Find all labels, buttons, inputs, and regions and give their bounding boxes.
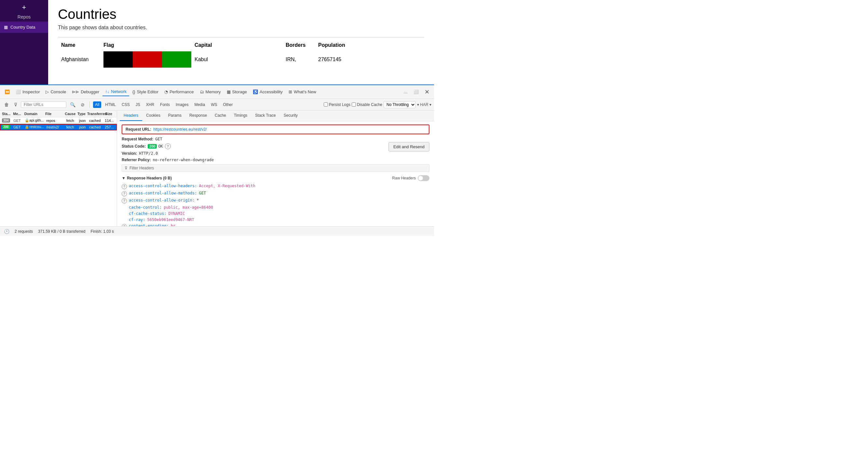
header-name-allow-methods: access-control-allow-methods: [129,191,197,195]
filter-urls-input[interactable] [21,101,66,108]
expand-btn[interactable]: ⬜ [411,88,421,96]
persist-logs-checkbox[interactable] [324,102,328,107]
tab-headers[interactable]: Headers [120,110,142,121]
header-value-cache-control: public, max-age=86400 [164,205,213,210]
whats-new-tab[interactable]: ⊞ What's New [286,88,319,96]
finish-time: Finish: 1.03 s [90,229,114,234]
header-name-content-encoding: content-encoding: [129,224,169,226]
col-header-name: Name [61,42,103,48]
disable-cache-checkbox[interactable] [352,102,356,107]
tab-params[interactable]: Params [164,110,185,121]
version-value: HTTP/2.0 [139,151,158,156]
filter-ws-btn[interactable]: WS [209,101,219,108]
inspector-tab[interactable]: ⬜ Inspector [13,88,42,96]
accessibility-icon: ♿ [253,90,258,94]
tab-security[interactable]: Security [280,110,302,121]
filter-toggle-btn[interactable]: ⊽ [12,101,19,108]
style-editor-label: Style Editor [137,90,158,94]
filter-fonts-btn[interactable]: Fonts [158,101,172,108]
filter-images-btn[interactable]: Images [174,101,190,108]
header-value-cf-ray: 5650eb961eed9467-NRT [147,217,194,222]
requests-count: 2 requests [14,229,33,234]
network-tab[interactable]: ↑↓ Network [102,88,129,96]
cause-cell-200: fetch [66,125,80,129]
country-borders: IRN, [286,57,318,62]
filter-js-btn[interactable]: JS [134,101,142,108]
size-cell-304: 114... [105,119,115,123]
raw-headers-toggle: Raw Headers [392,175,429,181]
storage-tab[interactable]: ▦ Storage [224,88,250,96]
filter-other-btn[interactable]: Other [221,101,235,108]
more-tools-btn[interactable]: … [401,88,410,96]
accessibility-tab[interactable]: ♿ Accessibility [250,88,285,96]
size-cell-200: 257... [105,125,115,129]
throttle-select[interactable]: No Throttling [383,101,416,108]
tab-timings[interactable]: Timings [230,110,251,121]
style-editor-icon: {} [132,90,135,94]
file-cell-304: repos [46,119,66,123]
country-name: Afghanistan [61,57,103,62]
sidebar-item-country-data[interactable]: ▦ Country Data [0,22,48,33]
col-file-header: File [45,112,65,116]
memory-tab[interactable]: 🗂 Memory [197,88,223,96]
status-help-icon[interactable]: ? [165,143,171,149]
network-col-headers: Sta... Me... Domain File Cause Type Tran… [0,110,117,117]
tab-cookies[interactable]: Cookies [142,110,164,121]
request-method-label: Request Method: [122,137,153,141]
network-row-304[interactable]: 304 GET 🔒api.gith... repos fetch json ca… [0,117,117,124]
debugger-tab[interactable]: ⊳⊳ Debugger [69,88,102,96]
disable-cache-label[interactable]: Disable Cache [352,102,382,107]
help-icon-content-encoding[interactable]: ? [122,224,127,226]
transferred-cell-200: cached [89,125,105,129]
status-cell-304: 304 [2,118,13,123]
col-header-flag: Flag [103,42,194,48]
col-type-header: Type [78,112,87,116]
devtools-back-btn[interactable]: ⏪ [2,88,12,96]
col-domain-header: Domain [24,112,45,116]
close-devtools-btn[interactable]: ✕ [422,87,432,97]
response-headers-title[interactable]: ▼ Response Headers (0 B) [122,176,172,180]
filter-html-btn[interactable]: HTML [103,101,118,108]
network-label: Network [111,89,127,94]
tab-response[interactable]: Response [185,110,211,121]
storage-icon: ▦ [227,90,231,94]
memory-icon: 🗂 [200,90,204,94]
raw-headers-switch[interactable] [418,175,429,181]
har-label[interactable]: ▾ HAR ▾ [417,102,431,107]
sidebar-plus[interactable]: + [0,3,48,13]
filter-media-btn[interactable]: Media [192,101,207,108]
console-tab[interactable]: ▷ Console [43,88,69,96]
help-icon-allow-methods[interactable]: ? [122,191,127,196]
request-method-row: Request Method: GET [122,137,429,141]
edit-resend-button[interactable]: Edit and Resend [389,142,429,151]
header-item-allow-origin: ? access-control-allow-origin: * [122,198,429,203]
tab-stack-trace[interactable]: Stack Trace [251,110,279,121]
tab-cache[interactable]: Cache [211,110,230,121]
clear-network-btn[interactable]: 🗑 [3,101,10,108]
help-icon-allow-headers[interactable]: ? [122,184,127,189]
page-divider [58,37,424,37]
persist-logs-label[interactable]: Persist Logs [324,102,350,107]
table-data-row: Afghanistan Kabul IRN, 27657145 [58,52,424,68]
network-row-200[interactable]: 200 GET 🔒restcou... /rest/v2/ fetch json… [0,124,117,130]
country-flag [103,52,194,68]
search-btn[interactable]: 🔍 [68,101,77,108]
help-icon-allow-origin[interactable]: ? [122,198,127,203]
performance-tab[interactable]: ◔ Performance [162,88,196,96]
filter-all-btn[interactable]: All [93,101,101,108]
header-item-content-encoding: ? content-encoding: br [122,224,429,226]
lock-icon-200: 🔒 [25,125,29,129]
flag-green-stripe [162,52,191,68]
referrer-policy-value: no-referrer-when-downgrade [153,158,214,162]
header-value-allow-origin: * [196,198,199,203]
filter-headers-row: ⊽ Filter Headers [122,164,429,172]
block-btn[interactable]: ⊘ [79,101,86,108]
chevron-down-icon: ▼ [122,176,126,180]
cause-cell-304: fetch [66,119,80,123]
status-text: OK [158,144,163,148]
filter-css-btn[interactable]: CSS [120,101,132,108]
style-editor-tab[interactable]: {} Style Editor [130,88,161,96]
filter-xhr-btn[interactable]: XHR [144,101,156,108]
transferred-size: 371.59 KB / 0 B transferred [38,229,85,234]
header-name-allow-headers: access-control-allow-headers: [129,184,197,188]
